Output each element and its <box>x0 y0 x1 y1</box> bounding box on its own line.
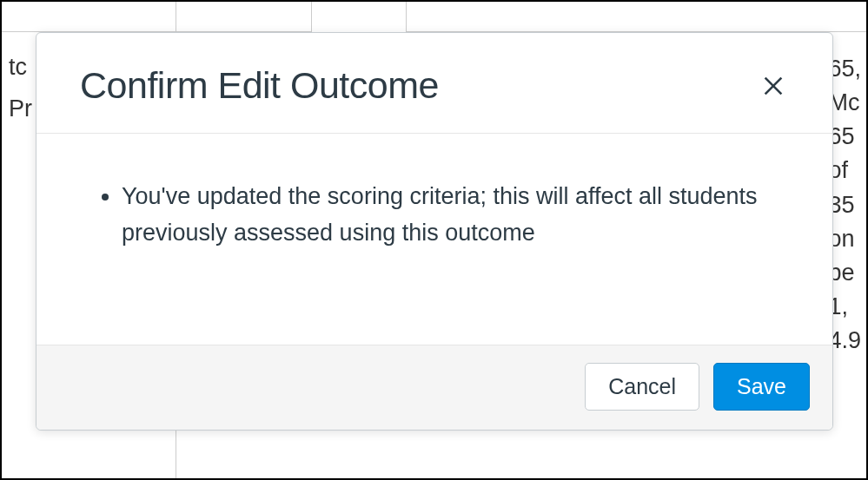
background-text: on <box>828 222 861 256</box>
background-text: of <box>828 154 861 187</box>
save-button[interactable]: Save <box>713 363 810 411</box>
background-text: 35 <box>828 188 861 222</box>
message-list: You've updated the scoring criteria; thi… <box>92 179 777 252</box>
background-text: 65, <box>828 52 861 86</box>
modal-header: Confirm Edit Outcome <box>36 33 832 134</box>
background-text: pe <box>828 256 861 290</box>
warning-message: You've updated the scoring criteria; thi… <box>122 179 777 252</box>
modal-footer: Cancel Save <box>36 345 832 430</box>
close-icon <box>761 74 785 98</box>
background-text: 4.9 <box>828 324 861 358</box>
background-tabbar <box>2 2 866 32</box>
close-button[interactable] <box>758 70 789 102</box>
background-text: tc <box>9 50 27 84</box>
background-text: Mc <box>828 86 861 120</box>
background-text: Pr <box>9 92 32 126</box>
confirm-edit-outcome-modal: Confirm Edit Outcome You've updated the … <box>36 32 833 431</box>
background-text: 1, <box>828 290 861 324</box>
cancel-button[interactable]: Cancel <box>585 363 699 411</box>
modal-body: You've updated the scoring criteria; thi… <box>36 134 832 345</box>
background-right-column: 65, Mc 65 of 35 on pe 1, 4.9 <box>828 52 861 358</box>
modal-title: Confirm Edit Outcome <box>80 64 439 107</box>
background-text: 65 <box>828 120 861 154</box>
background-tab <box>311 1 407 32</box>
